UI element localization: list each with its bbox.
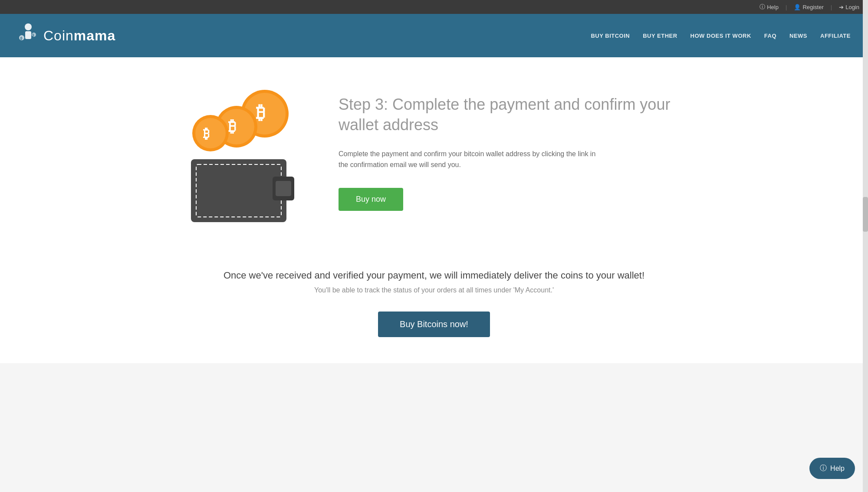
svg-point-0: [25, 23, 32, 30]
buy-bitcoins-now-button[interactable]: Buy Bitcoins now!: [378, 312, 490, 337]
step-title: Step 3: Complete the payment and confirm…: [339, 95, 703, 135]
help-float-button[interactable]: ⓘ Help: [809, 458, 855, 479]
buy-now-button[interactable]: Buy now: [339, 188, 403, 211]
nav-buy-ether[interactable]: BUY ETHER: [643, 33, 677, 39]
svg-rect-15: [191, 159, 286, 222]
nav-news[interactable]: NEWS: [789, 33, 807, 39]
svg-rect-18: [276, 181, 291, 196]
wallet-illustration: ₿ ₿ ₿: [165, 83, 304, 222]
step-content: Step 3: Complete the payment and confirm…: [339, 95, 703, 211]
login-link[interactable]: ➔ Login: [839, 4, 859, 10]
delivery-main-text: Once we've received and verified your pa…: [17, 270, 851, 281]
svg-rect-1: [25, 31, 31, 39]
step-section: ₿ ₿ ₿ Step 3: Complete the payment and c…: [130, 57, 738, 248]
scrollbar-track: [863, 0, 868, 492]
nav-faq[interactable]: FAQ: [764, 33, 776, 39]
header: ₿ ₿ Coinmama BUY BITCOIN BUY ETHER HOW D…: [0, 14, 868, 57]
nav-how-it-works[interactable]: HOW DOES IT WORK: [690, 33, 751, 39]
logo-text: Coinmama: [43, 28, 115, 44]
login-icon: ➔: [839, 4, 844, 10]
person-icon: 👤: [794, 4, 801, 10]
delivery-section: Once we've received and verified your pa…: [0, 248, 868, 363]
help-float-icon: ⓘ: [820, 464, 827, 473]
svg-text:₿: ₿: [228, 118, 236, 135]
svg-text:₿: ₿: [256, 102, 265, 123]
logo-icon: ₿ ₿: [17, 23, 39, 49]
scrollbar-thumb[interactable]: [863, 197, 868, 232]
logo-link[interactable]: ₿ ₿ Coinmama: [17, 23, 115, 49]
svg-point-13: [195, 118, 226, 148]
divider-1: |: [786, 4, 787, 10]
svg-text:₿: ₿: [203, 126, 210, 141]
help-link[interactable]: ⓘ Help: [760, 3, 779, 11]
main-nav: BUY BITCOIN BUY ETHER HOW DOES IT WORK F…: [591, 33, 851, 39]
delivery-sub-text: You'll be able to track the status of yo…: [17, 286, 851, 294]
top-bar: ⓘ Help | 👤 Register | ➔ Login: [0, 0, 868, 14]
main-content: ₿ ₿ ₿ Step 3: Complete the payment and c…: [0, 57, 868, 363]
divider-2: |: [831, 4, 832, 10]
nav-affiliate[interactable]: AFFILIATE: [820, 33, 851, 39]
step-description: Complete the payment and confirm your bi…: [339, 148, 599, 171]
help-circle-icon: ⓘ: [760, 3, 765, 11]
svg-text:₿: ₿: [32, 33, 34, 37]
register-link[interactable]: 👤 Register: [794, 4, 823, 10]
nav-buy-bitcoin[interactable]: BUY BITCOIN: [591, 33, 630, 39]
